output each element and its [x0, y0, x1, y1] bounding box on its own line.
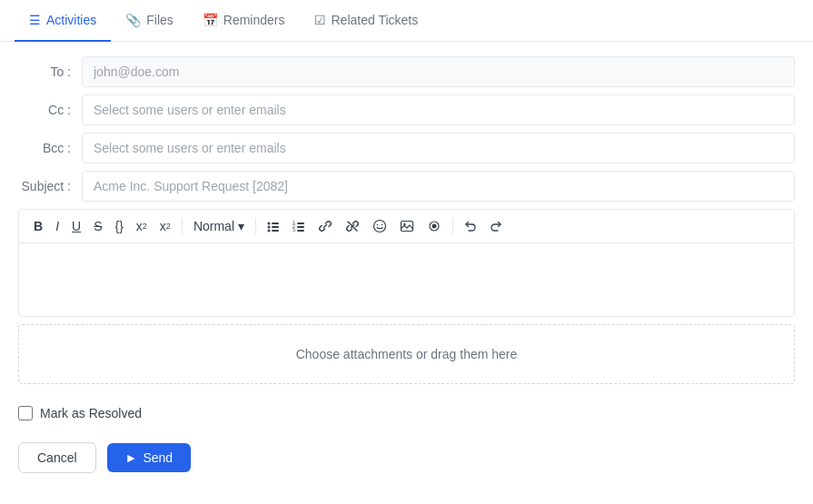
unordered-list-button[interactable] [262, 216, 285, 236]
bcc-row: Bcc : [18, 133, 795, 163]
cancel-button[interactable]: Cancel [18, 442, 96, 473]
bcc-label: Bcc : [18, 141, 82, 155]
mark-resolved-checkbox[interactable] [18, 406, 33, 420]
image-button[interactable] [394, 215, 420, 237]
tab-activities[interactable]: ☰ Activities [15, 0, 111, 42]
tab-reminders[interactable]: 📅 Reminders [188, 0, 300, 42]
subject-input[interactable] [82, 171, 795, 202]
redo-button[interactable] [484, 216, 508, 236]
svg-point-13 [374, 221, 386, 232]
superscript-button[interactable]: x2 [131, 216, 153, 236]
signature-button[interactable] [421, 215, 447, 237]
attachment-label: Choose attachments or drag them here [296, 347, 518, 361]
tab-reminders-label: Reminders [223, 13, 285, 27]
subject-row: Subject : [18, 171, 795, 202]
cc-label: Cc : [18, 103, 82, 117]
send-icon: ► [125, 450, 138, 465]
send-label: Send [143, 450, 173, 465]
svg-rect-7 [297, 222, 304, 224]
to-label: To : [18, 64, 82, 79]
svg-rect-16 [402, 222, 413, 232]
subscript-button[interactable]: x2 [154, 216, 176, 236]
svg-rect-9 [297, 226, 304, 228]
form-actions: Cancel ► Send [0, 431, 813, 484]
tab-files-label: Files [146, 13, 174, 27]
dropdown-arrow-icon: ▾ [238, 219, 244, 233]
svg-rect-11 [297, 230, 304, 232]
related-tickets-icon: ☑ [314, 13, 326, 27]
bold-button[interactable]: B [28, 216, 48, 236]
resolve-checkbox-row: Mark as Resolved [0, 406, 813, 420]
editor-container: B I U S {} x2 x2 Normal ▾ [18, 209, 795, 317]
send-button[interactable]: ► Send [107, 443, 192, 472]
subject-label: Subject : [18, 179, 82, 193]
attachment-dropzone[interactable]: Choose attachments or drag them here [18, 324, 795, 384]
svg-rect-5 [272, 230, 279, 232]
reminders-icon: 📅 [203, 13, 218, 27]
to-row: To : [18, 56, 795, 87]
svg-point-17 [403, 223, 405, 225]
tab-related-tickets[interactable]: ☑ Related Tickets [300, 0, 433, 42]
svg-point-0 [268, 222, 271, 225]
code-button[interactable]: {} [109, 216, 128, 236]
toolbar-divider-2 [255, 218, 256, 234]
mark-resolved-label[interactable]: Mark as Resolved [40, 406, 142, 420]
activities-icon: ☰ [29, 13, 41, 27]
emoji-button[interactable] [367, 215, 392, 237]
svg-point-15 [382, 224, 383, 226]
svg-point-4 [268, 230, 271, 232]
unlink-button[interactable] [340, 215, 365, 237]
svg-text:3.: 3. [292, 227, 296, 232]
email-form: To : Cc : Bcc : Subject : B I U S {} x2 [0, 42, 813, 406]
tabs-nav: ☰ Activities 📎 Files 📅 Reminders ☑ Relat… [0, 0, 813, 42]
cc-input[interactable] [82, 94, 795, 125]
ordered-list-button[interactable]: 1. 2. 3. [287, 216, 311, 236]
italic-button[interactable]: I [50, 216, 64, 236]
tab-activities-label: Activities [46, 13, 96, 27]
files-icon: 📎 [125, 13, 141, 27]
to-input[interactable] [82, 56, 795, 87]
tab-files[interactable]: 📎 Files [111, 0, 188, 42]
svg-point-2 [268, 226, 271, 229]
cc-row: Cc : [18, 94, 795, 125]
strikethrough-button[interactable]: S [88, 216, 107, 236]
tab-related-tickets-label: Related Tickets [332, 13, 419, 27]
svg-rect-1 [272, 222, 279, 224]
undo-button[interactable] [459, 216, 482, 236]
editor-toolbar: B I U S {} x2 x2 Normal ▾ [19, 210, 794, 243]
svg-point-19 [432, 224, 437, 229]
bcc-input[interactable] [82, 133, 795, 163]
format-select[interactable]: Normal ▾ [188, 216, 250, 236]
svg-point-14 [377, 224, 379, 226]
svg-rect-3 [272, 226, 279, 228]
toolbar-divider-3 [452, 218, 453, 234]
toolbar-divider-1 [182, 218, 183, 234]
link-button[interactable] [312, 215, 338, 237]
underline-button[interactable]: U [66, 216, 86, 236]
editor-body[interactable] [19, 243, 794, 316]
